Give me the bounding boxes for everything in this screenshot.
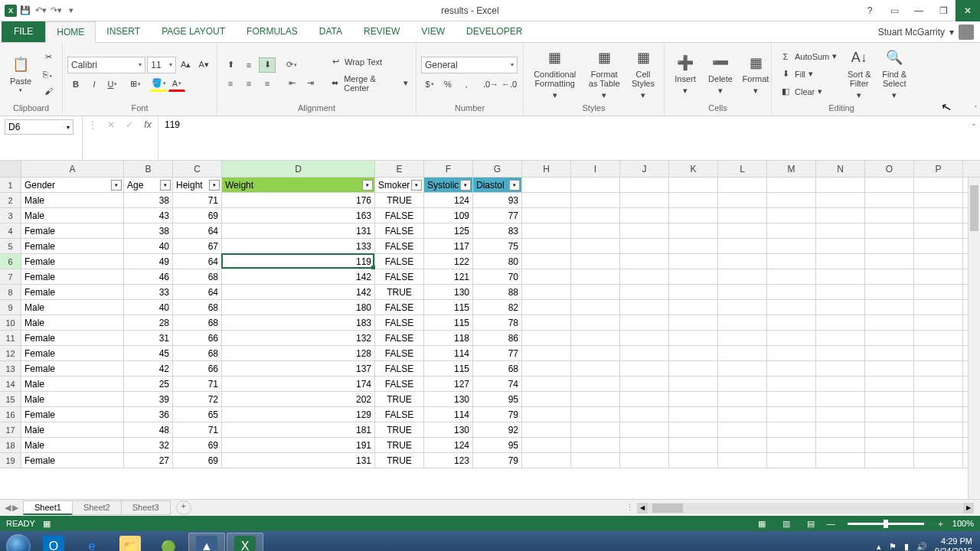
- cell[interactable]: FALSE: [375, 239, 424, 253]
- filter-dropdown-icon[interactable]: ▾: [411, 180, 422, 191]
- col-header-F[interactable]: F: [424, 161, 473, 177]
- cell[interactable]: [522, 392, 571, 406]
- col-header-P[interactable]: P: [914, 161, 963, 177]
- cell[interactable]: [669, 315, 718, 330]
- cell[interactable]: [816, 331, 865, 345]
- name-box[interactable]: D6▾: [0, 116, 83, 160]
- col-header-G[interactable]: G: [473, 161, 522, 177]
- cell[interactable]: [914, 315, 963, 330]
- cell[interactable]: 142: [222, 269, 375, 284]
- cell[interactable]: [865, 223, 914, 238]
- cell[interactable]: 115: [424, 315, 473, 330]
- minimize-button[interactable]: —: [906, 0, 931, 21]
- cell[interactable]: [669, 346, 718, 360]
- cell[interactable]: [620, 285, 669, 299]
- cell[interactable]: Female: [21, 239, 124, 253]
- orientation-icon[interactable]: ⟳: [283, 57, 300, 73]
- system-tray[interactable]: ▴ ⚑ ▮ 🔊 4:29 PM9/24/2015: [877, 536, 977, 551]
- cell[interactable]: [718, 377, 767, 391]
- cell[interactable]: [914, 223, 963, 238]
- cell[interactable]: TRUE: [375, 193, 424, 207]
- cell[interactable]: Female: [21, 223, 124, 238]
- cell[interactable]: 115: [424, 361, 473, 376]
- col-header-H[interactable]: H: [522, 161, 571, 177]
- cell[interactable]: 49: [124, 254, 173, 269]
- taskbar-outlook[interactable]: O: [35, 533, 72, 551]
- cut-icon[interactable]: ✂: [40, 50, 57, 65]
- row-header-17[interactable]: 17: [0, 422, 21, 438]
- filter-dropdown-icon[interactable]: ▾: [160, 180, 171, 191]
- cell[interactable]: Female: [21, 407, 124, 422]
- cell[interactable]: [571, 269, 620, 284]
- cell[interactable]: 191: [222, 438, 375, 452]
- cell[interactable]: [571, 178, 620, 192]
- cell[interactable]: 95: [473, 392, 522, 406]
- cell[interactable]: [571, 346, 620, 360]
- cell[interactable]: Male: [21, 193, 124, 207]
- cell[interactable]: [620, 361, 669, 376]
- view-page-break-icon[interactable]: ▤: [802, 517, 819, 530]
- cell[interactable]: 119: [222, 254, 375, 269]
- align-bottom-icon[interactable]: ⬇: [259, 57, 276, 73]
- cell[interactable]: [865, 193, 914, 207]
- cell[interactable]: [816, 300, 865, 315]
- cell[interactable]: [767, 208, 816, 223]
- cell[interactable]: 122: [424, 254, 473, 269]
- row-header-19[interactable]: 19: [0, 453, 21, 468]
- col-header-K[interactable]: K: [669, 161, 718, 177]
- row-header-14[interactable]: 14: [0, 377, 21, 392]
- cell[interactable]: 71: [173, 422, 222, 437]
- col-header-M[interactable]: M: [767, 161, 816, 177]
- cell[interactable]: 79: [473, 407, 522, 422]
- cell[interactable]: 66: [173, 331, 222, 345]
- cell[interactable]: 83: [473, 223, 522, 238]
- cell[interactable]: 77: [473, 208, 522, 223]
- font-color-button[interactable]: A: [168, 77, 185, 92]
- cell[interactable]: 93: [473, 193, 522, 207]
- cell[interactable]: [669, 208, 718, 223]
- cell[interactable]: [816, 178, 865, 192]
- filter-dropdown-icon[interactable]: ▾: [509, 180, 520, 191]
- sheet-nav-prev-icon[interactable]: ◀: [5, 503, 11, 513]
- cell[interactable]: 40: [124, 239, 173, 253]
- cell[interactable]: [914, 346, 963, 360]
- cell[interactable]: 33: [124, 285, 173, 299]
- col-header-O[interactable]: O: [865, 161, 914, 177]
- cell[interactable]: 77: [473, 346, 522, 360]
- cell[interactable]: [571, 239, 620, 253]
- cell[interactable]: [767, 223, 816, 238]
- cell[interactable]: TRUE: [375, 285, 424, 299]
- cell[interactable]: 88: [473, 285, 522, 299]
- paste-button[interactable]: 📋 Paste▾: [5, 54, 37, 95]
- cell[interactable]: FALSE: [375, 377, 424, 391]
- cell[interactable]: [522, 239, 571, 253]
- cell[interactable]: 68: [173, 269, 222, 284]
- taskbar-explorer[interactable]: 📁: [112, 533, 149, 551]
- cell[interactable]: 40: [124, 300, 173, 315]
- cell[interactable]: [620, 407, 669, 422]
- cell[interactable]: [914, 407, 963, 422]
- cell[interactable]: [718, 285, 767, 299]
- decrease-font-icon[interactable]: A▾: [195, 57, 212, 73]
- cell[interactable]: 117: [424, 239, 473, 253]
- cell[interactable]: 114: [424, 407, 473, 422]
- cell[interactable]: [620, 392, 669, 406]
- cell[interactable]: 67: [173, 239, 222, 253]
- cell[interactable]: [914, 178, 963, 192]
- cell[interactable]: [865, 377, 914, 391]
- cell[interactable]: [816, 377, 865, 391]
- cell[interactable]: [767, 269, 816, 284]
- cell[interactable]: [865, 407, 914, 422]
- cell[interactable]: 31: [124, 331, 173, 345]
- cell[interactable]: [522, 285, 571, 299]
- cell[interactable]: 64: [173, 223, 222, 238]
- cell[interactable]: 114: [424, 346, 473, 360]
- cell[interactable]: [816, 193, 865, 207]
- cell[interactable]: 68: [173, 346, 222, 360]
- tab-insert[interactable]: INSERT: [96, 21, 151, 42]
- taskbar-matlab[interactable]: ▲: [188, 533, 225, 551]
- tab-formulas[interactable]: FORMULAS: [236, 21, 309, 42]
- cell[interactable]: [522, 254, 571, 269]
- cell[interactable]: 183: [222, 315, 375, 330]
- cell[interactable]: [522, 438, 571, 452]
